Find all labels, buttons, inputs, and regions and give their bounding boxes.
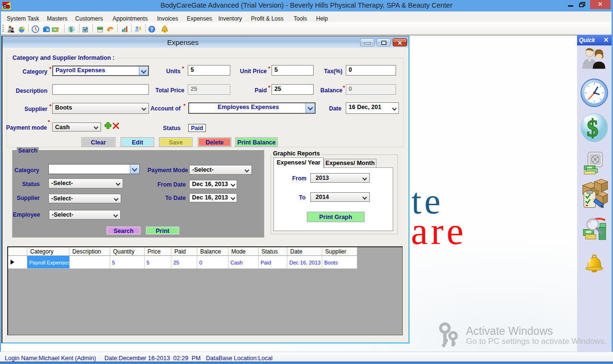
svg-text:$: $ [69,26,73,33]
svg-text:$: $ [587,114,598,142]
svg-text:?: ? [150,27,153,32]
